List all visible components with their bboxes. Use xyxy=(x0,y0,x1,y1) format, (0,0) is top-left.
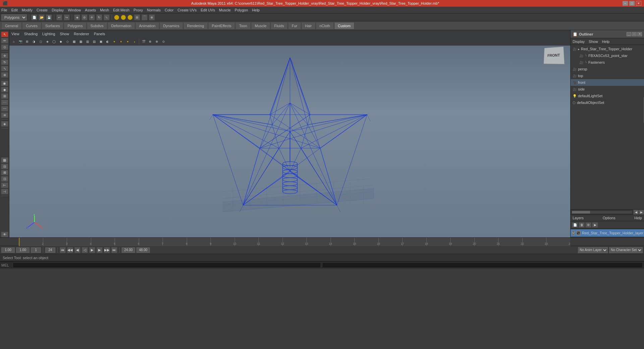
vp-menu-renderer[interactable]: Renderer xyxy=(74,32,89,36)
vp-layout3-btn[interactable]: ▥ xyxy=(84,39,91,45)
universal-tool[interactable]: ⊕ xyxy=(1,72,8,78)
undo-btn[interactable]: ↩ xyxy=(56,14,62,20)
vp-light1-btn[interactable]: ● xyxy=(111,39,117,45)
vp-light4-btn[interactable]: ● xyxy=(131,39,137,45)
vp-grid-btn[interactable]: ⊞ xyxy=(24,39,30,45)
next-frame-btn[interactable]: ▶▶ xyxy=(104,247,110,253)
lasso-tool[interactable]: ⊙ xyxy=(1,44,8,50)
menu-muscle[interactable]: Muscle xyxy=(219,8,231,12)
snap-tool-1[interactable]: ⊟ xyxy=(1,164,8,169)
timeline-ruler[interactable]: 123456789101112131415161718192021222324 xyxy=(19,238,570,246)
tab-general[interactable]: General xyxy=(1,22,22,30)
menu-edit-uvs[interactable]: Edit UVs xyxy=(200,8,215,12)
menu-proxy[interactable]: Proxy xyxy=(133,8,143,12)
snap-tool-3[interactable]: ⊡ xyxy=(1,176,8,182)
menu-assets[interactable]: Assets xyxy=(85,8,96,12)
tab-fluids[interactable]: Fluids xyxy=(271,22,288,30)
vp-fine-btn[interactable]: ◇ xyxy=(64,39,70,45)
character-set-dropdown[interactable]: No Character Set xyxy=(609,247,643,253)
layer-options-btn[interactable]: ⚙ xyxy=(585,222,591,228)
menu-normals[interactable]: Normals xyxy=(147,8,161,12)
anim-end-display[interactable] xyxy=(122,247,135,253)
vp-snap1-btn[interactable]: ⊕ xyxy=(147,39,153,45)
tab-painteffects[interactable]: PaintEffects xyxy=(208,22,235,30)
vp-xray-btn[interactable]: ◈ xyxy=(44,39,50,45)
play-back-btn[interactable]: ◁ xyxy=(82,247,88,253)
tab-surfaces[interactable]: Surfaces xyxy=(42,22,63,30)
scroll-right-btn[interactable]: ▶ xyxy=(639,210,644,215)
scale-btn[interactable]: ⤡ xyxy=(104,14,110,20)
outliner-content[interactable]: 🎥 ▸ Red_Star_Tree_Topper_Holder 🎥 └ FBXA… xyxy=(571,45,644,209)
vp-shade2-btn[interactable]: ◐ xyxy=(105,39,111,45)
vp-menu-show[interactable]: Show xyxy=(60,32,69,36)
frame-input[interactable] xyxy=(31,247,41,253)
view-cube[interactable]: FRONT xyxy=(543,47,564,64)
menu-modify[interactable]: Modify xyxy=(22,8,33,12)
range-start-input[interactable] xyxy=(1,247,15,253)
current-time-input[interactable] xyxy=(16,247,30,253)
tab-fur[interactable]: Fur xyxy=(288,22,301,30)
scale-tool[interactable]: ⤡ xyxy=(1,66,8,71)
wrinkle-tool[interactable]: ≋ xyxy=(1,112,8,118)
vp-menu-shading[interactable]: Shading xyxy=(24,32,38,36)
tab-custom[interactable]: Custom xyxy=(334,22,354,30)
paint-tool[interactable]: ✏ xyxy=(1,38,8,44)
layers-menu-options[interactable]: Options xyxy=(603,216,616,220)
outliner-item-front[interactable]: 🎥 front xyxy=(571,79,644,86)
view-mode-btn[interactable]: 👁 xyxy=(1,232,8,237)
maximize-button[interactable]: □ xyxy=(629,1,635,6)
select-tool[interactable]: ↖ xyxy=(1,32,8,37)
outliner-menu-help[interactable]: Help xyxy=(602,40,610,44)
render-region-tool[interactable]: ▦ xyxy=(1,157,8,163)
select-btn[interactable]: ◈ xyxy=(74,14,80,20)
snap-curve-btn[interactable]: ⌒ xyxy=(141,14,148,20)
vp-light3-btn[interactable]: ● xyxy=(125,39,131,45)
tab-deformation[interactable]: Deformation xyxy=(108,22,135,30)
show-manip-tool[interactable]: ◈ xyxy=(1,121,8,127)
vp-light2-btn[interactable]: ● xyxy=(118,39,124,45)
mel-input[interactable] xyxy=(13,263,321,268)
outliner-item-fbx[interactable]: 🎥 └ FBXASCo53_point_star xyxy=(571,52,644,59)
new-layer-btn[interactable]: 📄 xyxy=(572,222,578,228)
soft-mod-tool[interactable]: ◉ xyxy=(1,80,8,86)
menu-mesh[interactable]: Mesh xyxy=(100,8,109,12)
next-key-btn[interactable]: ▶ xyxy=(97,247,103,253)
outliner-item-root[interactable]: 🎥 ▸ Red_Star_Tree_Topper_Holder xyxy=(571,46,644,52)
vp-layout5-btn[interactable]: ▣ xyxy=(98,39,104,45)
play-fwd-btn[interactable]: ▶ xyxy=(89,247,95,253)
vp-render-btn[interactable]: 🎬 xyxy=(140,39,147,45)
layers-menu-help[interactable]: Help xyxy=(634,216,642,220)
menu-create-uvs[interactable]: Create UVs xyxy=(178,8,197,12)
outliner-menu-display[interactable]: Display xyxy=(573,40,585,44)
tab-rendering[interactable]: Rendering xyxy=(183,22,208,30)
ipr-btn[interactable] xyxy=(121,15,126,20)
anim-layer-dropdown[interactable]: No Anim Layer xyxy=(578,247,608,253)
save-file-btn[interactable]: 💾 xyxy=(46,14,52,20)
tab-subdivs[interactable]: Subdivs xyxy=(87,22,107,30)
light1-btn[interactable] xyxy=(127,15,133,20)
minimize-button[interactable]: − xyxy=(623,1,628,6)
snap-point-btn[interactable]: ⊕ xyxy=(149,14,155,20)
viewport-area[interactable]: View Shading Lighting Show Renderer Pane… xyxy=(9,30,570,237)
vp-shade-btn[interactable]: ◑ xyxy=(31,39,37,45)
scroll-left-btn[interactable]: ◀ xyxy=(633,210,639,215)
vp-wire-btn[interactable]: ◻ xyxy=(38,39,44,45)
tab-toon[interactable]: Toon xyxy=(235,22,251,30)
layer-item-main[interactable]: V Red_Star_Tree_Topper_Holder_layer xyxy=(571,229,644,237)
menu-help[interactable]: Help xyxy=(252,8,260,12)
menu-color[interactable]: Color xyxy=(165,8,173,12)
close-button[interactable]: ✕ xyxy=(636,1,641,6)
sculpt-tool[interactable]: ◆ xyxy=(1,87,8,93)
move-tool[interactable]: ✛ xyxy=(1,53,8,59)
vp-menu-view[interactable]: View xyxy=(11,32,19,36)
outliner-expand-0[interactable]: ▸ xyxy=(578,47,580,51)
tab-polygons[interactable]: Polygons xyxy=(64,22,86,30)
vp-cam-btn[interactable]: 📷 xyxy=(17,39,23,45)
menu-edit[interactable]: Edit xyxy=(11,8,18,12)
outliner-item-lightset[interactable]: 💡 defaultLightSet xyxy=(571,93,644,99)
outliner-menu-show[interactable]: Show xyxy=(589,40,598,44)
prev-key-btn[interactable]: ◀ xyxy=(74,247,80,253)
outliner-item-top[interactable]: 🎥 top xyxy=(571,72,644,79)
prev-frame-btn[interactable]: ◀◀ xyxy=(67,247,73,253)
outliner-scrollbar[interactable]: ◀ ▶ xyxy=(571,209,644,215)
